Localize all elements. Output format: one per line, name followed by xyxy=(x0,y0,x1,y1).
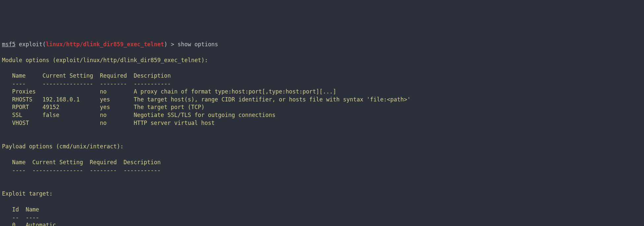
payload-table-divider: ---- --------------- -------- ----------… xyxy=(2,167,161,173)
module-row-ssl: SSL false no Negotiate SSL/TLS for outgo… xyxy=(2,112,275,118)
module-row-vhost: VHOST no HTTP server virtual host xyxy=(2,120,215,126)
target-row-0: 0 Automatic xyxy=(2,222,56,226)
exploit-target-header: Exploit target: xyxy=(2,190,53,197)
module-table-header: Name Current Setting Required Descriptio… xyxy=(2,72,171,79)
payload-options-header: Payload options (cmd/unix/interact): xyxy=(2,143,123,150)
module-row-rhosts: RHOSTS 192.168.0.1 yes The target host(s… xyxy=(2,96,410,103)
prompt-close: ) > xyxy=(164,41,177,48)
target-table-divider: -- ---- xyxy=(2,214,39,221)
module-row-rport: RPORT 49152 yes The target port (TCP) xyxy=(2,104,205,110)
module-row-proxies: Proxies no A proxy chain of format type:… xyxy=(2,88,336,95)
prompt-module-path: linux/http/dlink_dir859_exec_telnet xyxy=(46,41,164,48)
payload-table-header: Name Current Setting Required Descriptio… xyxy=(2,159,161,166)
prompt-exploit-word: exploit( xyxy=(16,41,46,48)
prompt-msf: msf5 xyxy=(2,41,16,48)
target-table-header: Id Name xyxy=(2,206,39,213)
module-table-divider: ---- --------------- -------- ----------… xyxy=(2,80,171,87)
module-options-header: Module options (exploit/linux/http/dlink… xyxy=(2,57,208,63)
command-input[interactable]: show options xyxy=(177,41,218,48)
terminal-output[interactable]: msf5 exploit(linux/http/dlink_dir859_exe… xyxy=(0,39,644,226)
